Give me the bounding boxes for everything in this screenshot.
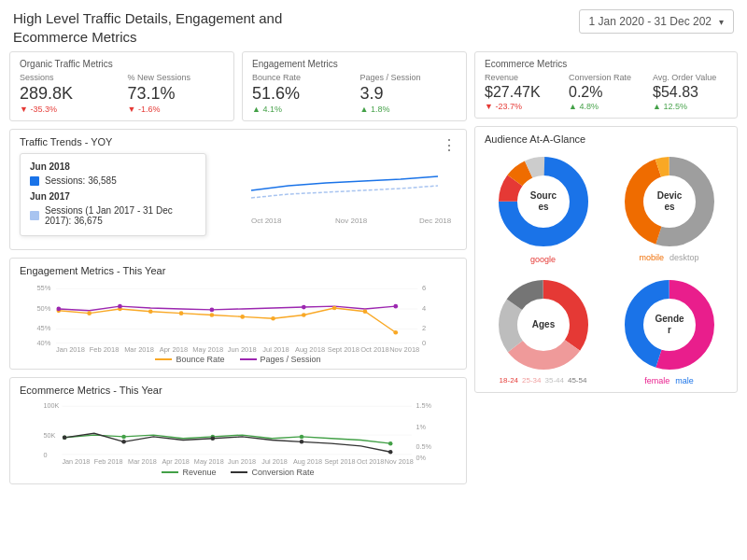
female-label: female — [644, 376, 669, 385]
ecommerce-chart-svg: 100K 50K 0 1.5% 1% 0.5% 0% — [20, 399, 457, 463]
devices-donut: Devic es mobile desktop — [611, 150, 727, 264]
svg-text:0.5%: 0.5% — [416, 442, 431, 451]
pages-session-legend-line — [240, 358, 257, 360]
bounce-rate-up-icon — [252, 105, 262, 114]
gender-sublabels: female male — [644, 376, 694, 385]
svg-text:Aug 2018: Aug 2018 — [293, 457, 322, 466]
tooltip-year1: Jun 2018 — [30, 161, 196, 172]
svg-point-61 — [300, 440, 304, 444]
svg-point-56 — [300, 435, 304, 440]
svg-point-25 — [363, 309, 368, 314]
traffic-tooltip: Jun 2018 Sessions: 36,585 Jun 2017 Sessi… — [20, 153, 206, 236]
sessions-change: -35.3% — [20, 105, 117, 114]
revenue-value: $27.47K — [485, 84, 559, 101]
devices-chart: Devic es — [618, 150, 721, 253]
sources-sublabel: google — [530, 255, 556, 264]
svg-text:Jun 2018: Jun 2018 — [228, 345, 257, 354]
organic-traffic-card: Organic Traffic Metrics Sessions 289.8K … — [9, 51, 234, 121]
tooltip-year2: Jun 2017 — [30, 191, 196, 202]
svg-text:Oct 2018: Oct 2018 — [251, 217, 282, 225]
svg-point-60 — [211, 436, 216, 441]
svg-point-27 — [56, 307, 61, 312]
svg-point-29 — [210, 308, 215, 313]
svg-text:Dec 2018: Dec 2018 — [419, 217, 452, 225]
svg-text:Oct 2018: Oct 2018 — [357, 457, 384, 466]
donut-grid: Sourc es google Devic — [485, 150, 727, 385]
ecommerce-metrics-title: Ecommerce Metrics — [485, 59, 727, 69]
right-column: Ecommerce Metrics Revenue $27.47K -23.7%… — [474, 51, 738, 492]
svg-point-54 — [121, 435, 126, 440]
pages-session-up-icon — [360, 105, 371, 114]
ecommerce-metrics-inner: Revenue $27.47K -23.7% Conversion Rate 0… — [485, 73, 727, 111]
svg-text:55%: 55% — [36, 284, 50, 292]
svg-point-20 — [210, 313, 215, 317]
pages-session-value: 3.9 — [360, 84, 458, 104]
svg-text:1%: 1% — [416, 423, 426, 431]
svg-text:Sept 2018: Sept 2018 — [328, 345, 359, 354]
new-sessions-label: % New Sessions — [128, 73, 225, 82]
svg-text:es: es — [538, 202, 549, 212]
legend-conversion: Conversion Rate — [231, 468, 314, 477]
ages-sublabels: 18-24 25-34 35-44 45-54 — [500, 376, 587, 385]
svg-text:Jul 2018: Jul 2018 — [262, 345, 289, 354]
ecommerce-chart-title: Ecommerce Metrics - This Year — [20, 385, 457, 396]
svg-text:Nov 2018: Nov 2018 — [385, 457, 414, 466]
avg-order-up-icon — [653, 102, 663, 111]
ages-chart: Ages — [492, 273, 595, 376]
traffic-trends-card: Traffic Trends - YOY ⋮ Jun 2018 Sessions… — [9, 129, 467, 250]
svg-text:Jan 2018: Jan 2018 — [56, 345, 85, 354]
tooltip-dot-1 — [30, 176, 39, 186]
devices-sublabels: mobile desktop — [639, 253, 698, 262]
tooltip-item-2: Sessions (1 Jan 2017 - 31 Dec 2017): 36,… — [30, 205, 196, 226]
svg-point-30 — [302, 305, 306, 310]
ecommerce-legend: Revenue Conversion Rate — [20, 468, 457, 477]
svg-point-16 — [87, 311, 92, 315]
svg-text:Oct 2018: Oct 2018 — [360, 345, 388, 354]
svg-text:50K: 50K — [43, 431, 55, 440]
svg-text:r: r — [668, 325, 671, 335]
svg-point-58 — [63, 436, 67, 441]
svg-text:Nov 2018: Nov 2018 — [389, 345, 419, 354]
age-35-44: 35-44 — [545, 376, 564, 385]
svg-point-26 — [393, 330, 398, 335]
svg-point-19 — [179, 311, 184, 315]
pages-session-change: 1.8% — [360, 105, 458, 114]
legend-bounce-rate: Bounce Rate — [155, 355, 224, 364]
traffic-trends-title: Traffic Trends - YOY — [20, 136, 457, 147]
svg-text:Jun 2018: Jun 2018 — [228, 457, 256, 466]
page-header: High Level Traffic Details, Engagement a… — [0, 0, 747, 51]
revenue-legend-line — [162, 471, 178, 473]
svg-text:0: 0 — [43, 451, 47, 459]
svg-text:Aug 2018: Aug 2018 — [295, 345, 325, 354]
svg-point-18 — [148, 309, 153, 314]
sessions-label: Sessions — [20, 73, 117, 82]
sources-chart: Sourc es — [492, 150, 595, 253]
bounce-rate-legend-label: Bounce Rate — [176, 355, 224, 364]
tooltip-dot-2 — [30, 211, 39, 220]
left-column: Organic Traffic Metrics Sessions 289.8K … — [9, 51, 467, 492]
svg-text:45%: 45% — [36, 324, 50, 332]
date-picker[interactable]: 1 Jan 2020 - 31 Dec 202 ▾ — [579, 9, 734, 34]
age-25-34: 25-34 — [522, 376, 541, 385]
audience-card: Audience At-A-Glance Sourc — [474, 126, 738, 393]
organic-card-title: Organic Traffic Metrics — [20, 59, 224, 69]
sessions-metric: Sessions 289.8K -35.3% — [20, 73, 117, 114]
revenue-down-icon — [485, 102, 495, 111]
new-sessions-value: 73.1% — [128, 84, 225, 104]
tooltip-metric-1: Sessions: 36,585 — [45, 175, 117, 186]
svg-point-22 — [271, 316, 275, 321]
conversion-rate-metric: Conversion Rate 0.2% 4.8% — [569, 73, 643, 111]
new-sessions-down-icon — [128, 105, 138, 114]
pages-session-legend-label: Pages / Session — [261, 355, 321, 364]
bounce-rate-metric: Bounce Rate 51.6% 4.1% — [252, 73, 349, 114]
svg-text:2: 2 — [422, 324, 426, 332]
chevron-down-icon: ▾ — [719, 17, 724, 27]
revenue-metric: Revenue $27.47K -23.7% — [485, 73, 559, 111]
new-sessions-change: -1.6% — [128, 105, 225, 114]
svg-point-31 — [393, 304, 398, 309]
gender-donut: Gende r female male — [611, 273, 727, 385]
bounce-rate-label: Bounce Rate — [252, 73, 349, 82]
conversion-rate-label: Conversion Rate — [569, 73, 643, 82]
svg-text:Jan 2018: Jan 2018 — [62, 457, 90, 466]
avg-order-value: $54.83 — [653, 84, 727, 101]
